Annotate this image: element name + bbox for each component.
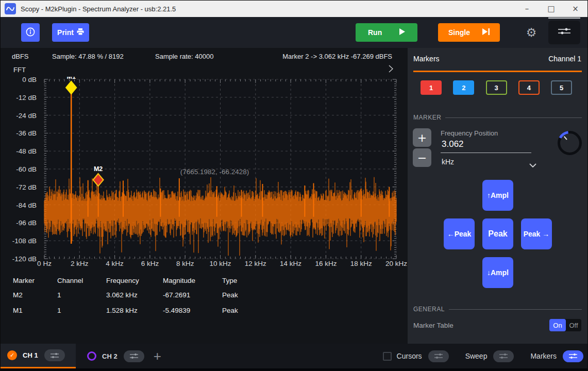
- marker-selector-row: 12345: [421, 80, 572, 95]
- info-button[interactable]: [21, 23, 40, 42]
- marker-table-cell: 1: [57, 307, 106, 314]
- y-tick-label: -12 dB: [16, 94, 37, 102]
- marker-table-cell: 1.528 kHz: [106, 307, 163, 314]
- marker-table-header-cell: Marker: [13, 277, 57, 284]
- marker-select-button-1[interactable]: 1: [421, 80, 442, 95]
- marker-table-header-cell: Magnitude: [163, 277, 222, 284]
- channel-2-disabled-circle-icon[interactable]: [87, 351, 96, 361]
- print-button-label: Print: [57, 28, 74, 37]
- markers-settings-button[interactable]: [563, 350, 583, 362]
- peak-left-button[interactable]: ←Peak: [444, 218, 475, 249]
- add-channel-button[interactable]: +: [154, 349, 161, 363]
- main-content: dBFS Sample: 47.88 % / 8192 Sample rate:…: [1, 48, 587, 344]
- bottom-channel-bar: ✓ CH 1 CH 2 + Cursors Sweep: [1, 344, 587, 370]
- frequency-increment-button[interactable]: +: [413, 128, 431, 147]
- marker-table-cell: M2: [13, 291, 57, 299]
- window-title: Scopy - M2kPlugin - Spectrum Analyzer - …: [21, 5, 176, 13]
- x-tick-label: 2 kHz: [71, 260, 89, 267]
- marker-table-cell: Peak: [222, 291, 263, 299]
- marker-table-cell: -67.2691: [163, 291, 222, 299]
- maximize-button[interactable]: □: [539, 1, 563, 17]
- channel-2-settings-button[interactable]: [124, 350, 144, 362]
- bottom-toggles: Cursors Sweep Markers: [383, 344, 583, 368]
- ampl-down-button[interactable]: ↓Ampl: [482, 257, 513, 288]
- frequency-decrement-button[interactable]: −: [413, 148, 431, 167]
- chevron-down-icon[interactable]: [529, 160, 536, 170]
- marker-table-toggle-label: Marker Table: [413, 322, 453, 329]
- x-tick-label: 16 kHz: [315, 260, 337, 267]
- x-tick-label: 0 Hz: [37, 260, 52, 267]
- marker-readout: Marker 2 -> 3.062 kHz -67.269 dBFS: [282, 53, 392, 60]
- markers-settings-panel: Markers Channel 1 12345 MARKER + − Frequ…: [408, 48, 587, 344]
- channel-2-tab[interactable]: CH 2: [87, 344, 144, 368]
- channel-1-settings-button[interactable]: [44, 349, 65, 361]
- toggle-off[interactable]: Off: [566, 319, 581, 331]
- chevron-right-icon[interactable]: [389, 65, 393, 75]
- toggle-on[interactable]: On: [549, 319, 566, 331]
- right-panel-toggle-button[interactable]: [548, 21, 580, 44]
- peak-button[interactable]: Peak: [482, 218, 513, 249]
- y-tick-label: -72 dB: [16, 183, 37, 191]
- marker-table-cell: Peak: [222, 307, 263, 314]
- general-section-label: GENERAL: [413, 306, 445, 313]
- x-tick-label: 12 kHz: [245, 260, 266, 267]
- spectrum-plot-panel: dBFS Sample: 47.88 % / 8192 Sample rate:…: [1, 48, 408, 344]
- marker-table-cell: 1: [57, 291, 106, 299]
- marker-select-button-3[interactable]: 3: [486, 80, 507, 95]
- channel-1-tab[interactable]: ✓ CH 1: [1, 344, 76, 368]
- peak-right-button[interactable]: Peak →: [521, 218, 552, 249]
- minimize-button[interactable]: –: [515, 1, 539, 17]
- frequency-unit-select[interactable]: kHz: [442, 158, 454, 166]
- cursors-checkbox[interactable]: [383, 352, 392, 361]
- channel-2-label: CH 2: [102, 352, 117, 360]
- sweep-settings-button[interactable]: [493, 350, 514, 362]
- marker-select-button-4[interactable]: 4: [518, 80, 540, 95]
- marker-table-header-cell: Type: [222, 277, 263, 284]
- x-axis-tick-labels: 0 Hz2 kHz4 kHz6 kHz8 kHz10 kHz12 kHz14 k…: [1, 260, 408, 268]
- panel-toggle-active-indicator: [548, 18, 580, 19]
- marker-table-toggle[interactable]: On Off: [549, 319, 581, 331]
- panel-channel-label: Channel 1: [548, 55, 581, 63]
- gear-icon[interactable]: ⚙: [524, 27, 539, 39]
- x-tick-label: 14 kHz: [280, 260, 301, 267]
- y-unit-label: dBFS: [12, 53, 29, 60]
- marker-table-header-cell: Channel: [57, 277, 106, 284]
- panel-title: Markers: [413, 55, 440, 63]
- close-button[interactable]: ×: [563, 1, 587, 17]
- marker-select-button-2[interactable]: 2: [453, 80, 474, 95]
- marker-table-cell: 3.062 kHz: [106, 291, 163, 299]
- cursors-label: Cursors: [397, 352, 422, 360]
- frequency-knob[interactable]: [556, 129, 583, 159]
- y-axis-tick-labels: 0 dB-12 dB-24 dB-36 dB-48 dB-60 dB-72 dB…: [1, 77, 42, 261]
- single-button-label: Single: [448, 28, 470, 37]
- x-tick-label: 18 kHz: [350, 260, 372, 267]
- channel-1-enabled-check-icon[interactable]: ✓: [7, 350, 17, 360]
- print-button[interactable]: Print: [52, 23, 89, 42]
- marker-table-header-cell: Frequency: [106, 277, 163, 284]
- marker-table-header: MarkerChannelFrequencyMagnitudeType: [1, 274, 405, 287]
- x-tick-label: 10 kHz: [209, 260, 231, 267]
- sliders-icon: [558, 27, 571, 38]
- frequency-position-input[interactable]: [441, 139, 531, 153]
- play-to-end-icon: [482, 28, 490, 37]
- spectrum-plot-canvas[interactable]: (7665.1982, -66.2428)M1M2: [44, 77, 399, 259]
- marker-table-cell: -5.49839: [163, 307, 222, 314]
- y-tick-label: -108 dB: [12, 237, 37, 245]
- markers-label: Markers: [530, 352, 557, 360]
- window-controls: – □ ×: [515, 1, 587, 17]
- y-tick-label: -84 dB: [16, 201, 37, 209]
- y-tick-label: -48 dB: [16, 147, 37, 155]
- x-tick-label: 20 kHz: [385, 260, 407, 267]
- single-button[interactable]: Single: [438, 23, 500, 42]
- section-divider: [445, 117, 582, 118]
- scopy-logo-icon: [5, 3, 16, 14]
- marker-table-row[interactable]: M213.062 kHz-67.2691Peak: [1, 287, 405, 302]
- cursors-settings-button[interactable]: [428, 350, 449, 362]
- marker-section-label: MARKER: [413, 114, 441, 121]
- marker-select-button-5[interactable]: 5: [551, 80, 572, 95]
- run-button[interactable]: Run: [356, 23, 417, 42]
- y-tick-label: -96 dB: [16, 219, 37, 227]
- ampl-up-button[interactable]: ↑Ampl: [482, 180, 513, 211]
- marker-table-row[interactable]: M111.528 kHz-5.49839Peak: [1, 302, 405, 318]
- play-icon: [399, 28, 405, 37]
